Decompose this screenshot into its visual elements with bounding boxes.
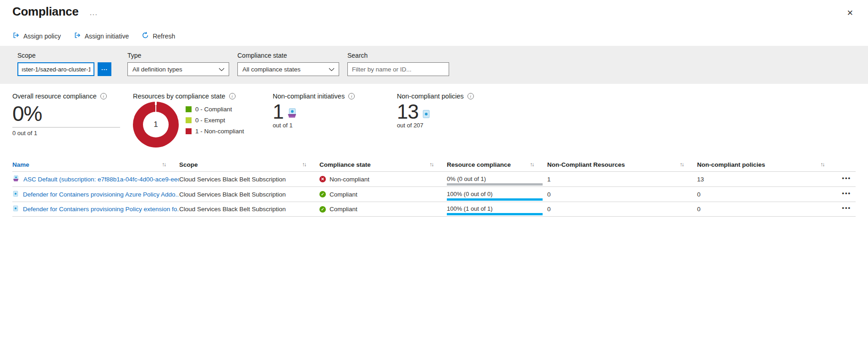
scope-cell: Cloud Services Black Belt Subscription [179,206,319,213]
non-compliant-initiatives-card: Non-compliant initiatives i 1 out of 1 [273,93,397,148]
non-compliant-resources-cell: 0 [547,206,697,213]
resource-compliance-text: 100% (0 out of 0) [447,191,547,197]
scope-browse-button[interactable]: ... [98,62,111,76]
assign-initiative-button[interactable]: Assign initiative [74,32,129,40]
search-label: Search [347,52,457,59]
compliance-state-label: Compliance state [237,52,347,59]
scope-input[interactable] [17,62,94,76]
state-label: Non-compliant [330,176,369,183]
state-label: Compliant [330,206,357,213]
refresh-button[interactable]: Refresh [142,32,175,40]
column-header-compliance-state[interactable]: Compliance state ↑↓ [319,161,447,168]
chevron-down-icon [219,66,225,73]
compliance-state-dropdown-value: All compliance states [242,66,301,73]
assign-initiative-label: Assign initiative [85,33,129,40]
toolbar: Assign policy Assign initiative Refresh [0,19,868,46]
assign-policy-label: Assign policy [23,33,61,40]
compliant-icon: ✓ [319,206,326,213]
compliance-state-cell: ✓ Compliant [319,191,447,198]
non-compliant-policies-card: Non-compliant policies i 13 out of 207 [397,93,474,148]
resource-compliance-bar [447,198,543,201]
legend-label: 1 - Non-compliant [195,128,244,135]
initiative-icon [12,175,19,183]
non-compliant-policies-title: Non-compliant policies [397,93,464,100]
non-compliant-resources-cell: 0 [547,191,697,198]
scope-cell: Cloud Services Black Belt Subscription [179,176,319,183]
title-bar: Compliance ··· ✕ [0,0,868,19]
assignment-link[interactable]: Defender for Containers provisioning Pol… [12,205,179,213]
scope-label: Scope [17,52,127,59]
column-header-name[interactable]: Name ↑↓ [12,161,179,168]
sort-icon[interactable]: ↑↓ [820,161,824,168]
resource-compliance-cell: 0% (0 out of 1) [447,172,547,186]
compliant-icon: ✓ [319,191,326,197]
chevron-down-icon [329,66,335,73]
donut-center-value: 1 [154,120,158,129]
assignment-link[interactable]: ASC Default (subscription: e7f88b1a-04fc… [12,175,179,183]
info-icon[interactable]: i [348,93,355,99]
search-filter: Search [347,52,457,76]
resource-compliance-bar [447,213,543,215]
sort-icon[interactable]: ↑↓ [302,161,306,168]
column-header-non-compliant-policies[interactable]: Non-compliant policies ↑↓ [697,161,838,168]
policy-icon [422,109,431,120]
legend-swatch-compliant [186,106,192,112]
resource-compliance-bar [447,183,543,186]
non-compliant-policies-caption: out of 207 [397,122,474,129]
info-icon[interactable]: i [229,93,236,99]
compliance-table: Name ↑↓ Scope ↑↓ Compliance state ↑↓ Res… [12,158,856,217]
column-header-resource-compliance[interactable]: Resource compliance ↑↓ [447,161,547,168]
non-compliant-resources-cell: 1 [547,176,697,183]
overall-compliance-percent: 0% [12,103,133,126]
table-row: ASC Default (subscription: e7f88b1a-04fc… [12,171,856,186]
filter-bar: Scope ... Type All definition types Comp… [0,46,868,84]
non-compliant-initiatives-value: 1 [273,102,283,122]
legend-swatch-exempt [186,117,192,123]
sort-icon[interactable]: ↑↓ [429,161,433,168]
row-context-menu-icon[interactable]: ••• [842,175,856,184]
column-header-non-compliant-resources[interactable]: Non-Compliant Resources ↑↓ [547,161,697,168]
more-menu-button[interactable]: ··· [89,10,98,18]
scope-filter: Scope ... [17,52,127,76]
non-compliant-initiatives-caption: out of 1 [273,122,397,129]
compliance-state-cell: ✕ Non-compliant [319,176,447,183]
legend-swatch-non-compliant [186,128,192,134]
legend-label: 0 - Exempt [195,117,225,124]
assignment-name: ASC Default (subscription: e7f88b1a-04fc… [23,176,179,183]
info-icon[interactable]: i [467,93,474,99]
assign-initiative-icon [74,32,81,40]
type-filter: Type All definition types [127,52,237,76]
compliance-state-cell: ✓ Compliant [319,206,447,213]
legend-item-exempt: 0 - Exempt [186,117,244,124]
row-context-menu-icon[interactable]: ••• [842,204,856,214]
resource-compliance-cell: 100% (0 out of 0) [447,187,547,202]
non-compliant-policies-value: 13 [397,102,418,122]
column-header-scope[interactable]: Scope ↑↓ [179,161,319,168]
non-compliant-initiatives-title: Non-compliant initiatives [273,93,345,100]
assign-policy-icon [12,32,20,40]
resource-compliance-cell: 100% (1 out of 1) [447,202,547,216]
sort-icon[interactable]: ↑↓ [162,161,165,168]
type-dropdown[interactable]: All definition types [127,62,229,76]
legend-label: 0 - Compliant [195,106,232,113]
assignment-link[interactable]: Defender for Containers provisioning Azu… [12,191,179,198]
sort-icon[interactable]: ↑↓ [680,161,683,168]
overall-compliance-title: Overall resource compliance [12,93,97,100]
summary-section: Overall resource compliance i 0% 0 out o… [0,84,868,148]
table-header: Name ↑↓ Scope ↑↓ Compliance state ↑↓ Res… [12,158,856,171]
search-input[interactable] [347,62,449,76]
assignment-name: Defender for Containers provisioning Azu… [23,191,179,198]
close-icon[interactable]: ✕ [844,7,856,19]
resource-compliance-text: 0% (0 out of 1) [447,175,547,182]
non-compliant-icon: ✕ [319,176,326,182]
assign-policy-button[interactable]: Assign policy [12,32,61,40]
non-compliant-policies-cell: 13 [697,176,838,183]
compliance-state-dropdown[interactable]: All compliance states [237,62,339,76]
overall-compliance-caption: 0 out of 1 [12,130,133,137]
resources-by-state-title: Resources by compliance state [133,93,225,100]
non-compliant-policies-cell: 0 [697,206,838,213]
info-icon[interactable]: i [100,93,107,99]
row-context-menu-icon[interactable]: ••• [842,190,856,199]
state-label: Compliant [330,191,357,198]
sort-icon[interactable]: ↑↓ [530,161,533,168]
